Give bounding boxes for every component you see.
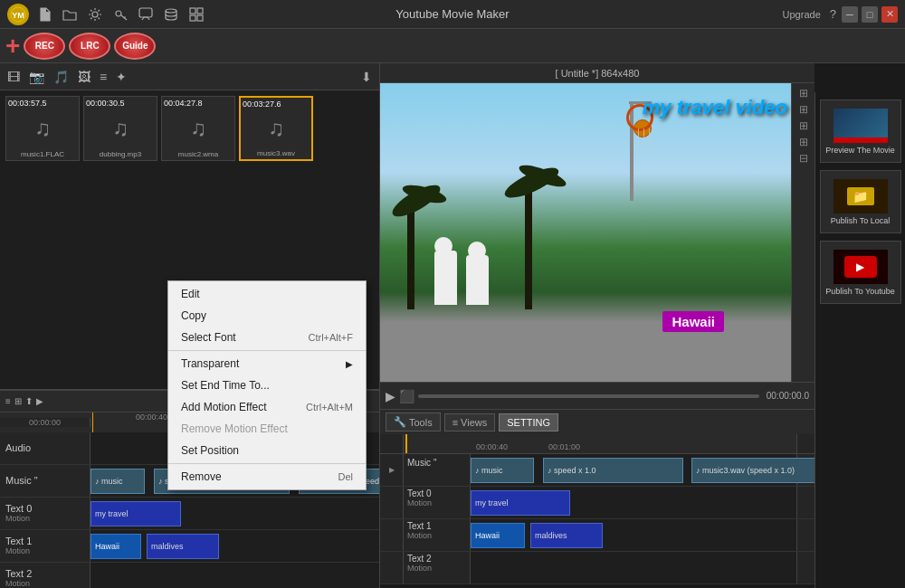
preview-area: T ⬛ ⬛ ⬛ ⬛ ⬛ (380, 83, 814, 382)
main-text0-track: Text 0 Motion my travel (380, 487, 814, 519)
media-item[interactable]: 00:04:27.8 ♫ music2.wma (161, 96, 235, 161)
text1-track-content[interactable]: Hawaii maldives (90, 530, 379, 562)
preview-movie-label: Preview The Movie (825, 146, 894, 155)
maldives-clip[interactable]: maldives (147, 534, 219, 559)
setting-tab[interactable]: SETTING (499, 413, 558, 432)
ctx-edit[interactable]: Edit (168, 283, 366, 305)
hawaii-clip[interactable]: Hawaii (90, 534, 141, 559)
main-text2-track: Text 2 Motion (380, 552, 814, 584)
progress-bar[interactable] (418, 394, 759, 398)
ruler-right-spacer (796, 434, 814, 453)
preview-movie-button[interactable]: Preview The Movie (820, 100, 901, 163)
publish-youtube-button[interactable]: ▶ Publish To Youtube (820, 241, 901, 304)
svg-rect-9 (197, 15, 203, 21)
close-button[interactable]: ✕ (881, 6, 898, 23)
media-item[interactable]: 00:03:57.5 ♫ music1.FLAC (5, 96, 80, 161)
main-text2-content[interactable] (471, 552, 796, 583)
tools-views-bar: 🔧 Tools ≡ Views SETTING (380, 409, 814, 434)
ctx-select-font[interactable]: Select Font Ctrl+Alt+F (168, 327, 366, 348)
ctx-remove[interactable]: Remove Del (168, 466, 366, 488)
main-music-track: ▶ Music " ♪ music ♪ speed x 1.0 ♪ music3… (380, 454, 814, 487)
help-icon[interactable]: ? (830, 7, 836, 21)
main-ruler: 00:00:40 00:01:00 (380, 434, 814, 454)
upgrade-label[interactable]: Upgrade (783, 9, 821, 20)
ctx-set-end-time[interactable]: Set End Time To... (168, 375, 366, 396)
publish-local-button[interactable]: 📁 Publish To Local (820, 170, 901, 233)
stop-button[interactable]: ⬛ (399, 389, 414, 403)
grid-icon[interactable] (186, 5, 206, 24)
text2-right (796, 552, 814, 583)
video-media-icon[interactable]: 🎞 (7, 70, 20, 84)
lrc-button[interactable]: LRC (69, 33, 110, 60)
net-3 (638, 128, 639, 147)
main-text1-content[interactable]: Hawaii maldives (471, 519, 796, 551)
text0-track-content[interactable]: my travel (90, 498, 379, 529)
guide-button[interactable]: Guide (114, 33, 156, 60)
ctx-copy[interactable]: Copy (168, 305, 366, 327)
folder-icon[interactable] (60, 5, 80, 24)
titlebar: YM Youtube Movie Maker Upgrade ? ─ □ ✕ (0, 0, 905, 29)
preview-right-toolbar: ⊞ ⊞ ⊞ ⊞ ⊟ (791, 83, 814, 382)
grid-blank-icon[interactable]: ⊟ (799, 152, 808, 165)
maldives-timeline-clip[interactable]: maldives (530, 523, 603, 548)
svg-point-3 (116, 11, 121, 16)
ctx-add-motion[interactable]: Add Motion Effect Ctrl+Alt+M (168, 396, 366, 418)
hawaii-timeline-clip[interactable]: Hawaii (471, 523, 525, 548)
ctx-set-position[interactable]: Set Position (168, 440, 366, 461)
grid-16-icon[interactable]: ⊞ (799, 136, 808, 148)
playhead[interactable] (92, 413, 93, 432)
text1-nav[interactable] (380, 519, 404, 551)
chat-icon[interactable] (136, 5, 156, 24)
key-icon[interactable] (110, 5, 130, 24)
media-item-selected[interactable]: 00:03:27.6 ♫ music3.wav (239, 96, 313, 161)
app-title: Youtube Movie Maker (395, 7, 509, 21)
tools-tab[interactable]: 🔧 Tools (386, 413, 441, 432)
star-media-icon[interactable]: ✦ (116, 70, 127, 84)
audio-track-label: Audio (0, 432, 90, 464)
text2-track-row: Text 2 Motion (0, 563, 379, 588)
add-button[interactable]: + (5, 33, 20, 59)
main-music-clip-3[interactable]: ♪ music3.wav (speed x 1.0) (691, 458, 814, 483)
main-music-content[interactable]: ♪ music ♪ speed x 1.0 ♪ music3.wav (spee… (471, 454, 796, 486)
minimize-button[interactable]: ─ (842, 6, 858, 23)
maximize-button[interactable]: □ (862, 6, 878, 23)
grid-4-icon[interactable]: ⊞ (799, 103, 808, 116)
main-music-clip-1[interactable]: ♪ music (471, 458, 534, 483)
image-media-icon[interactable]: 🖼 (78, 70, 90, 84)
main-text0-content[interactable]: my travel (471, 487, 796, 518)
ctx-transparent[interactable]: Transparent ▶ (168, 353, 366, 375)
play-button[interactable]: ▶ (386, 389, 395, 403)
text0-nav[interactable] (380, 487, 404, 518)
timeline-ctrl-4[interactable]: ▶ (36, 396, 43, 406)
main-playhead[interactable] (405, 434, 407, 453)
main-music-clip-2[interactable]: ♪ speed x 1.0 (543, 458, 683, 483)
my-travel-clip[interactable]: my travel (471, 490, 570, 516)
file-icon[interactable] (34, 5, 54, 24)
grid-9-icon[interactable]: ⊞ (799, 119, 808, 132)
track-nav[interactable]: ▶ (380, 454, 404, 486)
db-icon[interactable] (161, 5, 181, 24)
timeline-ctrl-1[interactable]: ≡ (5, 396, 11, 406)
media-item[interactable]: 00:00:30.5 ♫ dubbing.mp3 (83, 96, 157, 161)
text2-nav[interactable] (380, 552, 404, 583)
download-arrow-icon[interactable]: ⬇ (361, 70, 372, 84)
text1-right (796, 519, 814, 551)
grid-full-icon[interactable]: ⊞ (799, 87, 808, 100)
text0-clip[interactable]: my travel (90, 501, 181, 526)
text1-track-row: Text 1 Motion Hawaii maldives (0, 530, 379, 563)
settings-icon[interactable] (85, 5, 105, 24)
svg-text:YM: YM (12, 11, 24, 20)
svg-rect-6 (190, 8, 195, 14)
video-title-overlay: my travel video (643, 96, 787, 119)
timeline-ctrl-2[interactable]: ⊞ (14, 396, 22, 406)
timeline-ctrl-3[interactable]: ⬆ (25, 396, 33, 406)
views-tab[interactable]: ≡ Views (444, 413, 496, 432)
music-clip[interactable]: ♪ music (90, 469, 145, 494)
ruler-spacer (380, 434, 404, 453)
rec-button[interactable]: REC (24, 33, 65, 60)
photo-media-icon[interactable]: 📷 (29, 70, 44, 84)
music-media-icon[interactable]: 🎵 (53, 70, 69, 84)
caption-media-icon[interactable]: ≡ (100, 70, 107, 84)
preview-video: my travel video Hawaii (380, 83, 814, 382)
text2-track-content[interactable] (90, 563, 379, 588)
